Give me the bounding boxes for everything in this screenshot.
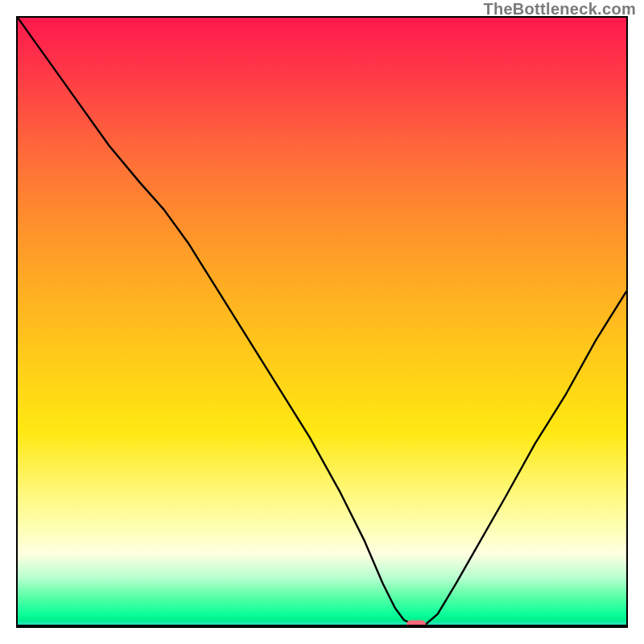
plot-area [16,16,628,628]
bottleneck-curve [18,18,626,626]
x-axis [18,625,626,626]
chart-frame: TheBottleneck.com [0,0,644,644]
